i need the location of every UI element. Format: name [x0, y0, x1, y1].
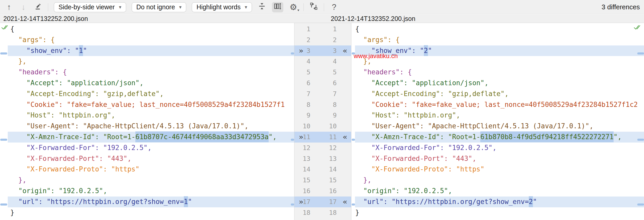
apply-change-right-to-left-button[interactable]: «: [343, 197, 347, 207]
right-line-number: 1: [333, 24, 337, 35]
left-line-number: 4: [307, 56, 310, 67]
code-text: "Cookie": "fake=fake_value; last_nonce=4…: [10, 101, 285, 108]
right-file-title: 2021-12-14T132352.200.json: [331, 15, 415, 22]
change-marker-dash: [637, 203, 644, 206]
watermark-text: www.javatiku.cn: [354, 52, 398, 60]
left-editor-pane[interactable]: { "args": { "show_env": "1" }, "headers"…: [0, 23, 294, 220]
right-line-number: 13: [329, 153, 337, 164]
no-problems-check-icon: [634, 25, 640, 32]
code-text: "Accept": "application/json",: [355, 79, 489, 87]
left-file-title: 2021-12-14T132252.200.json: [3, 15, 88, 22]
edit-button[interactable]: [34, 2, 42, 12]
code-text: "Accept-Encoding": "gzip,deflate",: [10, 90, 164, 98]
no-problems-check-icon: [1, 25, 8, 32]
left-line-number: 13: [303, 153, 310, 164]
diff-viewer-window: ↑ ↓ Side-by-side viewer ▾ Do not ignore …: [0, 0, 644, 220]
code-text: "X-Forwarded-For": "192.0.2.5",: [10, 144, 152, 152]
change-marker-dash: [352, 139, 355, 141]
ignore-policy-dropdown[interactable]: Do not ignore ▾: [132, 2, 186, 12]
code-text: }: [10, 209, 14, 216]
left-line-number: 17: [303, 197, 310, 207]
code-line-15: },: [0, 175, 294, 186]
code-line-10: "User-Agent": "Apache-HttpClient/4.5.13 …: [352, 121, 644, 132]
code-line-10: "User-Agent": "Apache-HttpClient/4.5.13 …: [0, 121, 294, 132]
previous-difference-button[interactable]: ↑: [5, 2, 13, 12]
code-text: ",: [269, 133, 277, 141]
left-line-number: 10: [303, 121, 310, 132]
code-text: "headers": {: [355, 68, 412, 76]
synchronize-scrolling-toggle[interactable]: [272, 2, 283, 12]
gutter-row-4: 44: [294, 56, 351, 67]
code-line-17: "url": "https://httpbin.org/get?show_env…: [352, 197, 644, 207]
code-text: "args": {: [10, 36, 55, 44]
apply-change-left-to-right-button[interactable]: »: [299, 45, 303, 56]
toolbar-separator: [48, 3, 48, 11]
code-text: "origin": "192.0.2.5",: [10, 187, 107, 195]
changed-word-highlight: 1: [79, 45, 83, 56]
apply-change-left-to-right-button[interactable]: »: [299, 132, 303, 143]
code-text: "X-Forwarded-For": "192.0.2.5",: [355, 144, 497, 152]
change-marker-dash: [0, 52, 7, 54]
code-text: "Host": "httpbin.org",: [10, 111, 115, 119]
gutter-row-17: 1717»«: [294, 197, 351, 207]
code-text: ",: [614, 133, 622, 141]
gear-icon: ⚙: [290, 2, 297, 12]
change-marker-dash: [291, 139, 294, 141]
code-line-11: "X-Amzn-Trace-Id": "Root=1-61b8707c-4674…: [0, 132, 294, 143]
swap-sides-button[interactable]: [309, 2, 318, 12]
right-line-number: 11: [329, 132, 337, 143]
code-text: "X-Amzn-Trace-Id": "Root=1-: [355, 133, 480, 141]
left-line-number: 11: [303, 132, 310, 143]
settings-button[interactable]: ⚙ ▾: [289, 2, 298, 12]
code-text: "Host": "httpbin.org",: [355, 111, 460, 119]
code-line-18: }: [0, 207, 294, 218]
code-text: "show_env": ": [10, 47, 79, 54]
highlight-policy-dropdown[interactable]: Highlight words ▾: [192, 2, 252, 12]
code-line-1: {: [0, 24, 294, 35]
code-line-5: "headers": {: [0, 67, 294, 78]
right-line-number: 14: [329, 164, 337, 175]
code-text: "User-Agent": "Apache-HttpClient/4.5.13 …: [10, 122, 249, 130]
apply-change-left-to-right-button[interactable]: »: [299, 197, 303, 207]
chevron-down-icon: ▾: [298, 8, 299, 12]
code-line-14: "X-Forwarded-Proto": "https": [0, 164, 294, 175]
change-marker-dash: [637, 139, 644, 141]
code-line-18: }: [352, 207, 644, 218]
collapse-icon: [258, 2, 266, 12]
code-line-6: "Accept": "application/json",: [0, 78, 294, 89]
right-line-number: 15: [329, 175, 337, 186]
right-line-number: 10: [329, 121, 337, 132]
code-line-2: "args": {: [352, 35, 644, 45]
code-text: "X-Forwarded-Proto": "https": [10, 165, 139, 173]
right-line-number: 5: [333, 67, 337, 78]
code-text: "X-Amzn-Trace-Id": "Root=1-: [10, 133, 135, 141]
code-text: "X-Forwarded-Port": "443",: [10, 155, 131, 162]
left-line-number: 6: [307, 78, 310, 89]
diff-code-region: { "args": { "show_env": "1" }, "headers"…: [0, 23, 644, 220]
gutter-row-10: 1010: [294, 121, 351, 132]
code-text: "headers": {: [10, 68, 67, 76]
code-line-6: "Accept": "application/json",: [352, 78, 644, 89]
help-button[interactable]: ?: [330, 2, 338, 12]
left-line-number: 5: [307, 67, 310, 78]
code-text: {: [10, 25, 14, 33]
code-line-12: "X-Forwarded-For": "192.0.2.5",: [0, 143, 294, 153]
code-text: },: [10, 176, 27, 184]
gutter-row-14: 1414: [294, 164, 351, 175]
code-line-15: },: [352, 175, 644, 186]
right-editor-pane[interactable]: { "args": { "show_env": "2" }, "headers"…: [352, 23, 644, 220]
changed-word-highlight: 61b8707c-46744f49068aa33d3472953a: [135, 131, 269, 142]
code-text: "X-Forwarded-Proto": "https": [355, 165, 484, 173]
right-line-number: 12: [329, 143, 337, 153]
apply-change-right-to-left-button[interactable]: «: [343, 132, 347, 143]
code-line-9: "Host": "httpbin.org",: [0, 110, 294, 121]
next-difference-button[interactable]: ↓: [19, 2, 28, 12]
left-line-number: 7: [307, 89, 310, 99]
collapse-unchanged-button[interactable]: [258, 2, 266, 12]
viewer-mode-dropdown[interactable]: Side-by-side viewer ▾: [54, 2, 126, 12]
apply-change-right-to-left-button[interactable]: «: [343, 45, 347, 56]
code-text: },: [355, 176, 371, 184]
code-line-4: },: [0, 56, 294, 67]
left-line-number: 9: [307, 110, 310, 121]
code-line-2: "args": {: [0, 35, 294, 45]
